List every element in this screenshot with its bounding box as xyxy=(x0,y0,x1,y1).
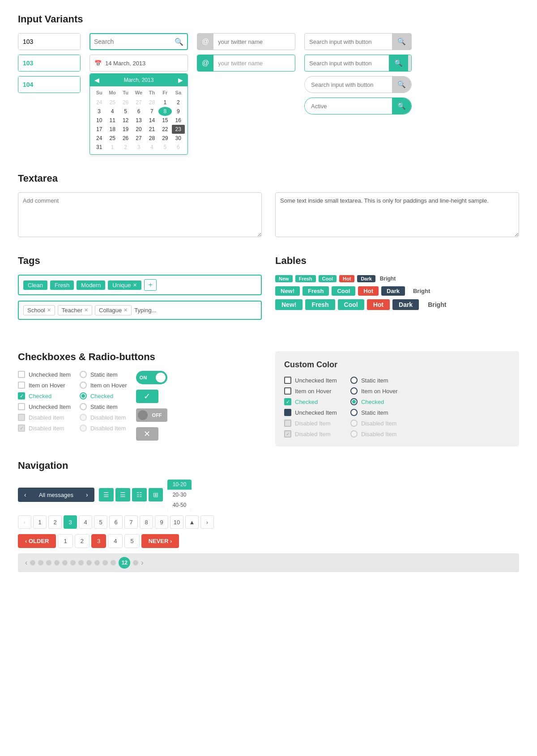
nav-next-btn[interactable]: › xyxy=(80,488,94,502)
tag-add-btn[interactable]: + xyxy=(144,279,156,291)
search-btn-input-3[interactable] xyxy=(305,81,392,88)
tag-teacher-close[interactable]: ✕ xyxy=(84,307,88,313)
pag-last-next[interactable]: › xyxy=(200,515,214,529)
pag-3[interactable]: 3 xyxy=(64,515,77,529)
dot-2[interactable] xyxy=(38,560,43,565)
spinner-input-2[interactable]: ▲ ▼ xyxy=(18,55,81,72)
cb-box-unchecked2[interactable] xyxy=(18,403,25,410)
dot-10[interactable] xyxy=(102,560,108,565)
cc-rb-box-static[interactable] xyxy=(350,377,358,384)
dot-next[interactable]: › xyxy=(141,559,143,567)
spinner-input-3[interactable]: ▲ ▼ xyxy=(18,76,81,93)
twitter-input-inactive[interactable]: @ xyxy=(197,33,295,50)
cc-rb-box-static2[interactable] xyxy=(350,409,358,416)
cal-prev[interactable]: ◀ xyxy=(94,76,99,84)
pag-num-5[interactable]: 5 xyxy=(124,534,139,548)
cc-cb-box-hover[interactable] xyxy=(284,387,291,395)
pag-4[interactable]: 4 xyxy=(79,515,92,529)
pag-10[interactable]: 10 xyxy=(170,515,183,529)
search-input[interactable] xyxy=(94,38,175,45)
dot-5[interactable] xyxy=(62,560,68,565)
search-input-wrap[interactable]: 🔍 xyxy=(90,33,188,50)
page-range-10-20[interactable]: 10-20 xyxy=(167,480,192,490)
pag-num-2[interactable]: 2 xyxy=(75,534,90,548)
search-btn-3[interactable]: 🔍 xyxy=(392,76,411,93)
textarea-1[interactable] xyxy=(18,192,262,237)
gear-btn-2[interactable]: ⚙ xyxy=(408,55,412,71)
search-btn-wrap-4[interactable]: 🔍 xyxy=(304,98,412,115)
pag-num-3[interactable]: 3 xyxy=(91,534,106,548)
search-btn-input-1[interactable] xyxy=(305,38,392,45)
search-btn-2[interactable]: 🔍 xyxy=(389,55,408,71)
nav-prev-btn[interactable]: ‹ xyxy=(18,488,33,502)
dot-11[interactable] xyxy=(111,560,116,565)
pag-first-prev[interactable]: ‹ xyxy=(18,515,31,529)
page-range-20-30[interactable]: 20-30 xyxy=(167,490,192,500)
search-btn-wrap-3[interactable]: 🔍 xyxy=(304,76,412,93)
spinner-value-2[interactable] xyxy=(18,55,81,71)
toggle-on[interactable]: ON xyxy=(136,371,167,384)
pag-2[interactable]: 2 xyxy=(48,515,62,529)
tag-collague-close[interactable]: ✕ xyxy=(124,307,128,313)
search-icon[interactable]: 🔍 xyxy=(175,38,183,46)
cb-box-checked[interactable]: ✓ xyxy=(18,392,25,399)
tag-input-box-2[interactable]: School✕ Teacher✕ Collague✕ Typing... xyxy=(18,301,262,320)
pag-num-4[interactable]: 4 xyxy=(108,534,123,548)
cc-rb-box-hover[interactable] xyxy=(350,387,358,395)
cc-cb-box-dark[interactable] xyxy=(284,409,291,416)
search-btn-4[interactable]: 🔍 xyxy=(392,98,411,114)
dot-3[interactable] xyxy=(46,560,51,565)
toggle-off[interactable]: OFF xyxy=(136,408,167,422)
search-btn-wrap-1[interactable]: 🔍 xyxy=(304,33,412,50)
rb-box-static[interactable] xyxy=(80,371,87,378)
cal-next[interactable]: ▶ xyxy=(178,76,183,84)
pag-older-btn[interactable]: ‹ OLDER xyxy=(18,534,56,548)
dot-9[interactable] xyxy=(94,560,100,565)
cc-cb-box-unchecked[interactable] xyxy=(284,377,291,384)
dot-1[interactable] xyxy=(30,560,35,565)
tag-unique-close[interactable]: ✕ xyxy=(133,282,137,288)
pag-1[interactable]: 1 xyxy=(33,515,47,529)
tag-school-close[interactable]: ✕ xyxy=(47,307,51,313)
dot-active-12[interactable]: 12 xyxy=(119,557,130,569)
datepicker-input[interactable]: 📅 14 March, 2013 xyxy=(90,55,188,72)
pag-6[interactable]: 6 xyxy=(109,515,123,529)
rb-box-static2[interactable] xyxy=(80,403,87,410)
cb-box-unchecked[interactable] xyxy=(18,371,25,378)
textarea-2[interactable]: Some text inside small textarea. This is… xyxy=(275,192,519,237)
dot-8[interactable] xyxy=(86,560,92,565)
toggle-check[interactable]: ✓ xyxy=(136,390,158,403)
cb-box-hover[interactable] xyxy=(18,382,25,389)
dot-prev[interactable]: ‹ xyxy=(25,559,27,567)
view-btn-grid[interactable]: ⊞ xyxy=(149,488,163,501)
twitter-input-active[interactable]: @ xyxy=(197,55,295,72)
dot-13[interactable] xyxy=(133,560,138,565)
spinner-value-1[interactable] xyxy=(18,34,81,50)
page-range-40-50[interactable]: 40-50 xyxy=(167,500,192,510)
datepicker-wrap[interactable]: 📅 14 March, 2013 ◀ March, 2013 ▶ SuMoTuW… xyxy=(90,55,188,155)
pag-5[interactable]: 5 xyxy=(94,515,107,529)
search-btn-input-2[interactable] xyxy=(305,60,389,67)
spinner-input-1[interactable]: ▲ ▼ xyxy=(18,33,81,50)
search-btn-wrap-2[interactable]: 🔍 ⚙ xyxy=(304,55,412,72)
search-btn-input-4[interactable] xyxy=(305,103,392,110)
dot-7[interactable] xyxy=(78,560,84,565)
view-btn-list2[interactable]: ☰ xyxy=(115,488,130,501)
spinner-value-3[interactable] xyxy=(18,76,81,93)
twitter-input-field-inactive[interactable] xyxy=(213,38,295,45)
cc-rb-box-checked[interactable] xyxy=(350,398,358,405)
view-btn-list3[interactable]: ☷ xyxy=(132,488,147,501)
pag-num-1[interactable]: 1 xyxy=(58,534,72,548)
dot-4[interactable] xyxy=(54,560,60,565)
pag-7[interactable]: 7 xyxy=(124,515,138,529)
twitter-input-field-active[interactable] xyxy=(213,60,295,67)
tag-input-box-1[interactable]: Clean Fresh Modern Unique✕ + xyxy=(18,275,262,295)
dot-6[interactable] xyxy=(70,560,76,565)
pag-newer-btn[interactable]: NEVER › xyxy=(141,534,179,548)
cc-cb-box-checked[interactable]: ✓ xyxy=(284,398,291,405)
rb-box-hover[interactable] xyxy=(80,382,87,389)
rb-box-checked[interactable] xyxy=(80,392,87,399)
pag-9[interactable]: 9 xyxy=(155,515,168,529)
search-btn-1[interactable]: 🔍 xyxy=(392,34,411,50)
toggle-x[interactable]: ✕ xyxy=(136,427,158,441)
